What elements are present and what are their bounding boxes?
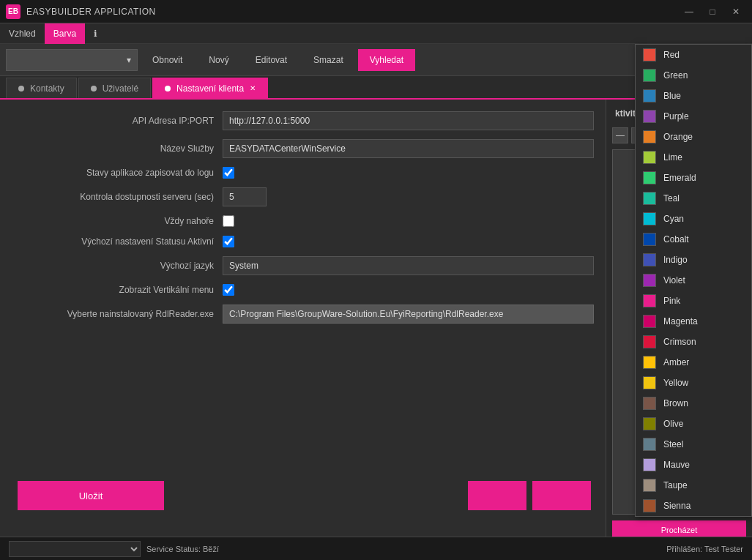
color-item-purple[interactable]: Purple (636, 106, 751, 127)
color-item-red[interactable]: Red (636, 45, 751, 65)
input-language[interactable] (223, 256, 594, 275)
color-item-steel[interactable]: Steel (636, 434, 751, 455)
search-button[interactable]: Vyhledat (358, 49, 415, 71)
color-swatch-magenta (643, 315, 656, 328)
color-label-cobalt: Cobalt (663, 234, 689, 244)
color-swatch-taupe (643, 479, 656, 492)
color-item-blue[interactable]: Blue (636, 86, 751, 106)
color-label-blue: Blue (663, 91, 681, 101)
color-swatch-amber (643, 356, 656, 369)
checkbox-status-aktiv[interactable] (223, 236, 234, 247)
color-item-green[interactable]: Green (636, 65, 751, 86)
checkbox-log[interactable] (223, 167, 234, 179)
color-item-emerald[interactable]: Emerald (636, 168, 751, 188)
color-item-cobalt[interactable]: Cobalt (636, 229, 751, 250)
checkbox-cell-status-aktiv (223, 236, 234, 247)
color-item-pink[interactable]: Pink (636, 291, 751, 311)
checkbox-vertical-menu[interactable] (223, 284, 234, 296)
toolbar-dropdown[interactable]: ▾ (6, 49, 138, 71)
tab-dot-uzivatele (91, 86, 97, 92)
color-label-green: Green (663, 70, 688, 81)
form-row-api: API Adresa IP:PORT (18, 111, 594, 130)
label-check: Kontrola dostupnosti serveru (sec) (18, 192, 223, 202)
checkbox-always-top[interactable] (223, 215, 234, 227)
label-always-top: Vždy nahoře (18, 216, 223, 226)
color-swatch-sienna (643, 499, 656, 512)
label-status-aktiv: Výchozí nastavení Statusu Aktivní (18, 236, 223, 247)
color-swatch-purple (643, 110, 656, 123)
color-item-magenta[interactable]: Magenta (636, 311, 751, 332)
color-swatch-emerald (643, 171, 656, 184)
label-rdl: Vyberte nainstalovaný RdlReader.exe (18, 309, 223, 319)
form-row-service: Název Služby (18, 139, 594, 158)
status-bar: Service Status: Běží Přihlášen: Test Tes… (0, 537, 752, 560)
sidebar-remove-btn[interactable]: — (612, 127, 628, 143)
color-swatch-orange (643, 130, 656, 143)
color-swatch-indigo (643, 253, 656, 266)
checkbox-cell-always-top (223, 215, 234, 227)
label-log: Stavy aplikace zapisovat do logu (18, 168, 223, 178)
color-item-yellow[interactable]: Yellow (636, 373, 751, 393)
color-item-orange[interactable]: Orange (636, 127, 751, 147)
color-label-pink: Pink (663, 296, 680, 306)
title-bar-left: EB EASYBUILDER APPLICATION (6, 4, 156, 19)
tab-uzivatele[interactable]: Uživatelé (78, 78, 151, 98)
input-service[interactable] (223, 139, 594, 158)
color-item-violet[interactable]: Violet (636, 270, 751, 291)
tab-dot-nastaveni (165, 86, 171, 92)
color-item-lime[interactable]: Lime (636, 147, 751, 168)
color-label-indigo: Indigo (663, 255, 688, 265)
color-item-cyan[interactable]: Cyan (636, 209, 751, 229)
color-dropdown: RedGreenBluePurpleOrangeLimeEmeraldTealC… (635, 44, 752, 517)
color-item-indigo[interactable]: Indigo (636, 250, 751, 270)
menu-info[interactable]: ℹ (85, 23, 106, 44)
action-right-2[interactable] (532, 481, 591, 510)
delete-button[interactable]: Smazat (302, 49, 355, 71)
color-swatch-brown (643, 397, 656, 410)
color-item-mauve[interactable]: Mauve (636, 455, 751, 475)
color-label-crimson: Crimson (663, 337, 696, 347)
form-row-vertical-menu: Zobrazit Vertikální menu (18, 284, 594, 296)
status-dropdown[interactable] (9, 541, 141, 557)
tab-close-nastaveni[interactable]: ✕ (250, 84, 256, 92)
menu-vzhled[interactable]: Vzhled (0, 23, 45, 44)
refresh-button[interactable]: Obnovit (141, 49, 194, 71)
maximize-button[interactable]: □ (702, 4, 723, 20)
action-right-1[interactable] (468, 481, 526, 510)
close-button[interactable]: ✕ (726, 4, 746, 20)
right-action-btns (468, 481, 591, 510)
title-bar-controls: — □ ✕ (679, 4, 746, 20)
tab-nastaveni[interactable]: Nastavení klienta ✕ (152, 78, 268, 98)
input-rdl[interactable] (223, 305, 594, 324)
minimize-button[interactable]: — (679, 4, 699, 20)
form-row-always-top: Vždy nahoře (18, 215, 594, 227)
color-item-taupe[interactable]: Taupe (636, 475, 751, 496)
color-item-sienna[interactable]: Sienna (636, 496, 751, 516)
color-swatch-yellow (643, 376, 656, 389)
new-button[interactable]: Nový (197, 49, 240, 71)
color-item-olive[interactable]: Olive (636, 414, 751, 434)
form-row-language: Výchozí jazyk (18, 256, 594, 275)
color-item-crimson[interactable]: Crimson (636, 332, 751, 352)
color-swatch-green (643, 69, 656, 82)
color-item-brown[interactable]: Brown (636, 393, 751, 414)
menu-barva[interactable]: Barva (45, 23, 85, 44)
color-swatch-cobalt (643, 233, 656, 246)
input-api[interactable] (223, 111, 594, 130)
color-label-teal: Teal (663, 193, 680, 204)
color-item-amber[interactable]: Amber (636, 352, 751, 373)
tab-kontakty[interactable]: Kontakty (6, 78, 77, 98)
color-label-olive: Olive (663, 419, 683, 429)
edit-button[interactable]: Editovat (244, 49, 299, 71)
form-row-log: Stavy aplikace zapisovat do logu (18, 167, 594, 179)
save-button[interactable]: Uložit (18, 481, 164, 510)
color-label-yellow: Yellow (663, 378, 688, 388)
color-swatch-pink (643, 294, 656, 307)
color-item-teal[interactable]: Teal (636, 188, 751, 209)
color-swatch-teal (643, 192, 656, 205)
input-check[interactable] (223, 187, 267, 206)
form-row-check: Kontrola dostupnosti serveru (sec) (18, 187, 594, 206)
checkbox-cell-log (223, 167, 234, 179)
tab-dot-kontakty (18, 86, 24, 92)
logged-in-text: Přihlášen: Test Tester (666, 545, 743, 553)
